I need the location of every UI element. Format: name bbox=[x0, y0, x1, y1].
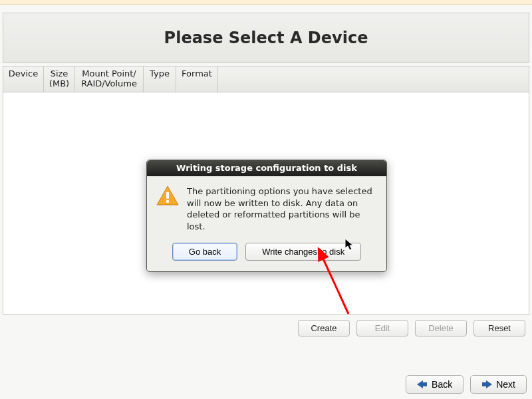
col-mount[interactable]: Mount Point/ RAID/Volume bbox=[75, 66, 144, 92]
create-button[interactable]: Create bbox=[298, 320, 350, 336]
next-button[interactable]: Next bbox=[470, 375, 527, 394]
col-size[interactable]: Size (MB) bbox=[44, 66, 75, 92]
go-back-button[interactable]: Go back bbox=[172, 243, 237, 261]
table-header-row: Device Size (MB) Mount Point/ RAID/Volum… bbox=[3, 66, 529, 92]
arrow-right-icon bbox=[481, 380, 492, 388]
reset-button[interactable]: Reset bbox=[473, 320, 525, 336]
delete-button: Delete bbox=[415, 320, 467, 336]
dialog-message: The partitioning options you have select… bbox=[187, 186, 376, 232]
heading-panel: Please Select A Device bbox=[3, 13, 529, 63]
next-label: Next bbox=[496, 379, 515, 390]
edit-button: Edit bbox=[356, 320, 408, 336]
col-format[interactable]: Format bbox=[176, 66, 218, 92]
arrow-left-icon bbox=[417, 380, 428, 388]
svg-rect-1 bbox=[166, 200, 169, 203]
page-title: Please Select A Device bbox=[164, 29, 368, 47]
window-top-strip bbox=[0, 0, 532, 5]
write-changes-button[interactable]: Write changes to disk bbox=[245, 243, 361, 261]
svg-rect-0 bbox=[166, 192, 169, 199]
wizard-nav: Back Next bbox=[406, 375, 527, 394]
col-type[interactable]: Type bbox=[144, 66, 176, 92]
dialog-title: Writing storage configuration to disk bbox=[147, 160, 386, 176]
write-confirm-dialog: Writing storage configuration to disk Th… bbox=[146, 160, 387, 272]
back-label: Back bbox=[432, 379, 452, 390]
back-button[interactable]: Back bbox=[406, 375, 464, 394]
table-action-row: Create Edit Delete Reset bbox=[3, 315, 529, 336]
warning-icon bbox=[156, 186, 179, 232]
col-device[interactable]: Device bbox=[3, 66, 44, 92]
col-spacer bbox=[218, 66, 529, 92]
